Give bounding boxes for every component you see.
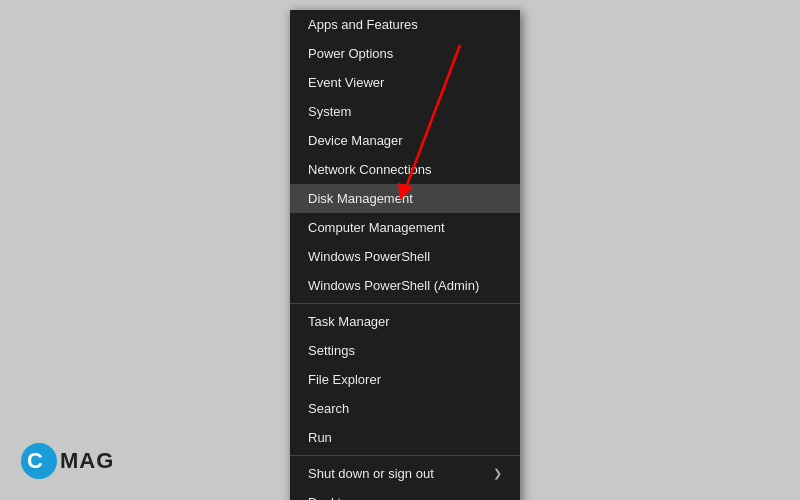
menu-item-computer-management[interactable]: Computer Management (290, 213, 520, 242)
menu-item-windows-powershell[interactable]: Windows PowerShell (290, 242, 520, 271)
menu-item-label-device-manager: Device Manager (308, 133, 403, 148)
context-menu: Apps and FeaturesPower OptionsEvent View… (290, 10, 520, 500)
menu-item-label-shut-down-sign-out: Shut down or sign out (308, 466, 434, 481)
menu-item-event-viewer[interactable]: Event Viewer (290, 68, 520, 97)
menu-item-search[interactable]: Search (290, 394, 520, 423)
menu-item-label-system: System (308, 104, 351, 119)
menu-item-disk-management[interactable]: Disk Management (290, 184, 520, 213)
menu-item-shut-down-sign-out[interactable]: Shut down or sign out❯ (290, 459, 520, 488)
menu-item-device-manager[interactable]: Device Manager (290, 126, 520, 155)
menu-item-label-run: Run (308, 430, 332, 445)
menu-item-windows-powershell-admin[interactable]: Windows PowerShell (Admin) (290, 271, 520, 300)
menu-item-label-desktop: Desktop (308, 495, 356, 500)
chevron-right-icon: ❯ (493, 467, 502, 480)
menu-item-settings[interactable]: Settings (290, 336, 520, 365)
menu-item-label-event-viewer: Event Viewer (308, 75, 384, 90)
menu-item-label-settings: Settings (308, 343, 355, 358)
menu-item-run[interactable]: Run (290, 423, 520, 452)
menu-item-task-manager[interactable]: Task Manager (290, 307, 520, 336)
menu-item-desktop[interactable]: Desktop (290, 488, 520, 500)
cmag-icon: C (20, 442, 58, 480)
menu-item-system[interactable]: System (290, 97, 520, 126)
menu-divider (290, 455, 520, 456)
menu-divider (290, 303, 520, 304)
menu-item-label-task-manager: Task Manager (308, 314, 390, 329)
menu-item-label-windows-powershell: Windows PowerShell (308, 249, 430, 264)
cmag-logo: C MAG (20, 442, 114, 480)
menu-item-network-connections[interactable]: Network Connections (290, 155, 520, 184)
menu-item-label-computer-management: Computer Management (308, 220, 445, 235)
menu-item-label-file-explorer: File Explorer (308, 372, 381, 387)
menu-item-power-options[interactable]: Power Options (290, 39, 520, 68)
menu-item-file-explorer[interactable]: File Explorer (290, 365, 520, 394)
menu-item-label-windows-powershell-admin: Windows PowerShell (Admin) (308, 278, 479, 293)
cmag-text: MAG (60, 448, 114, 474)
menu-item-label-apps-features: Apps and Features (308, 17, 418, 32)
menu-item-apps-features[interactable]: Apps and Features (290, 10, 520, 39)
menu-item-label-network-connections: Network Connections (308, 162, 432, 177)
menu-item-label-search: Search (308, 401, 349, 416)
svg-text:C: C (27, 448, 43, 473)
menu-item-label-power-options: Power Options (308, 46, 393, 61)
menu-item-label-disk-management: Disk Management (308, 191, 413, 206)
